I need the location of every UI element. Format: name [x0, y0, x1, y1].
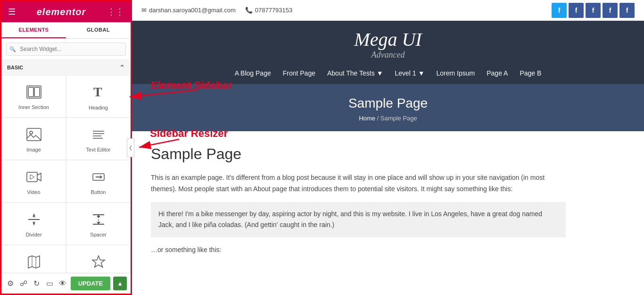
update-button[interactable]: UPDATE [71, 277, 110, 290]
topbar: ✉ darshan.saroya001@gmail.com 📞 07877793… [132, 0, 644, 21]
svg-marker-11 [30, 175, 34, 179]
widgets-grid: Inner Section T Heading Image [1, 75, 131, 273]
map-icon [26, 254, 41, 271]
settings-icon[interactable]: ⚙ [5, 277, 16, 291]
banner-title: Sample Page [132, 96, 644, 111]
nav-level1[interactable]: Level 1 ▼ [395, 69, 425, 77]
collapse-icon[interactable]: ⌃ [119, 64, 125, 71]
image-icon [26, 128, 41, 143]
svg-marker-26 [92, 256, 105, 267]
social-facebook-1[interactable]: f [569, 3, 584, 18]
responsive-icon[interactable]: ▭ [44, 277, 55, 291]
button-icon [91, 170, 106, 185]
breadcrumb: Home / Sample Page [132, 115, 644, 122]
social-icons: f f f f f [552, 3, 635, 18]
widget-text-editor-label: Text Editor [86, 147, 111, 152]
history-icon[interactable]: ↻ [31, 277, 41, 291]
site-logo-sub: Advanced [132, 50, 644, 60]
spacer-icon [91, 213, 106, 228]
widget-image[interactable]: Image [1, 118, 66, 160]
heading-icon: T [91, 85, 106, 101]
phone-info: 📞 07877793153 [245, 7, 293, 14]
breadcrumb-current: Sample Page [380, 115, 417, 122]
phone-icon: 📞 [245, 7, 253, 14]
star-rating-icon [91, 255, 106, 271]
tab-global[interactable]: GLOBAL [66, 22, 131, 38]
phone-text: 07877793153 [255, 7, 293, 14]
update-dropdown-button[interactable]: ▲ [113, 277, 127, 290]
social-facebook-4[interactable]: f [619, 3, 635, 18]
svg-rect-1 [28, 87, 33, 97]
sidebar-footer: ⚙ ☍ ↻ ▭ 👁 UPDATE ▲ [1, 273, 131, 294]
social-facebook-3[interactable]: f [603, 3, 618, 18]
sidebar-header: ☰ elementor ⋮⋮ [1, 1, 131, 22]
search-input[interactable] [6, 42, 126, 56]
paragraph-3: …or something like this: [151, 244, 566, 256]
sidebar-resizer[interactable]: ❮ [127, 138, 134, 157]
widget-video[interactable]: Video [1, 160, 66, 202]
breadcrumb-home[interactable]: Home [359, 115, 375, 122]
nav-a-blog-page[interactable]: A Blog Page [235, 69, 271, 77]
widget-heading-label: Heading [89, 105, 108, 110]
svg-rect-4 [27, 128, 41, 141]
search-area [1, 39, 131, 60]
nav-about-tests[interactable]: About The Tests ▼ [327, 69, 383, 77]
svg-marker-17 [33, 214, 35, 217]
main-content: ✉ darshan.saroya001@gmail.com 📞 07877793… [132, 0, 644, 295]
nav-front-page[interactable]: Front Page [283, 69, 315, 77]
tab-elements[interactable]: ELEMENTS [1, 22, 66, 38]
social-facebook-2[interactable]: f [586, 3, 601, 18]
sidebar-tabs: ELEMENTS GLOBAL [1, 22, 131, 39]
svg-point-5 [30, 131, 33, 134]
site-content: Mega UI Advanced A Blog Page Front Page … [132, 21, 644, 295]
email-info: ✉ darshan.saroya001@gmail.com [141, 7, 236, 14]
text-editor-icon [91, 128, 106, 143]
social-twitter[interactable]: f [552, 3, 567, 18]
elementor-sidebar: ☰ elementor ⋮⋮ ELEMENTS GLOBAL BASIC ⌃ I… [0, 0, 132, 295]
widget-spacer[interactable]: Spacer [66, 202, 131, 245]
site-logo-main: Mega UI [132, 30, 644, 49]
elementor-logo: elementor [37, 7, 86, 17]
svg-text:T: T [93, 85, 102, 99]
site-header: Mega UI Advanced A Blog Page Front Page … [132, 21, 644, 84]
widget-spacer-label: Spacer [90, 232, 107, 237]
widget-button[interactable]: Button [66, 160, 131, 202]
email-text: darshan.saroya001@gmail.com [149, 7, 236, 14]
widget-inner-section[interactable]: Inner Section [1, 75, 66, 118]
widget-divider-label: Divider [25, 232, 41, 237]
breadcrumb-separator: / [377, 115, 380, 122]
page-title: Sample Page [151, 145, 566, 163]
hamburger-icon[interactable]: ☰ [8, 7, 16, 17]
divider-icon [26, 213, 41, 228]
highlight-paragraph: Hi there! I'm a bike messenger by day, a… [151, 202, 566, 238]
widget-heading[interactable]: T Heading [66, 75, 131, 118]
widget-video-label: Video [27, 189, 41, 195]
widget-map[interactable]: Map [1, 245, 66, 273]
dropdown-arrow-about: ▼ [377, 69, 383, 77]
inner-section-icon [26, 85, 41, 101]
contact-info: ✉ darshan.saroya001@gmail.com 📞 07877793… [141, 7, 292, 14]
basic-label: BASIC [7, 65, 23, 70]
widget-inner-section-label: Inner Section [18, 104, 49, 110]
nav-page-a[interactable]: Page A [487, 69, 508, 77]
grid-icon[interactable]: ⋮⋮ [107, 7, 124, 17]
nav-page-b[interactable]: Page B [520, 69, 541, 77]
dropdown-arrow-level1: ▼ [418, 69, 425, 77]
paragraph-1: This is an example page. It's different … [151, 172, 566, 195]
nav-lorem-ipsum[interactable]: Lorem Ipsum [437, 69, 475, 77]
section-label: BASIC ⌃ [1, 60, 131, 75]
main-nav: A Blog Page Front Page About The Tests ▼… [132, 65, 644, 84]
widget-star-rating[interactable]: Star Rating [66, 245, 131, 273]
layers-icon[interactable]: ☍ [18, 277, 29, 291]
preview-icon[interactable]: 👁 [58, 277, 68, 291]
widget-image-label: Image [26, 147, 41, 152]
svg-marker-18 [33, 222, 35, 225]
svg-rect-2 [34, 87, 40, 97]
widget-button-label: Button [91, 189, 106, 195]
svg-rect-10 [27, 172, 37, 182]
video-icon [26, 170, 41, 185]
page-banner: Sample Page Home / Sample Page [132, 84, 644, 131]
widget-text-editor[interactable]: Text Editor [66, 118, 131, 160]
widget-divider[interactable]: Divider [1, 202, 66, 245]
logo-area: Mega UI Advanced [132, 21, 644, 65]
